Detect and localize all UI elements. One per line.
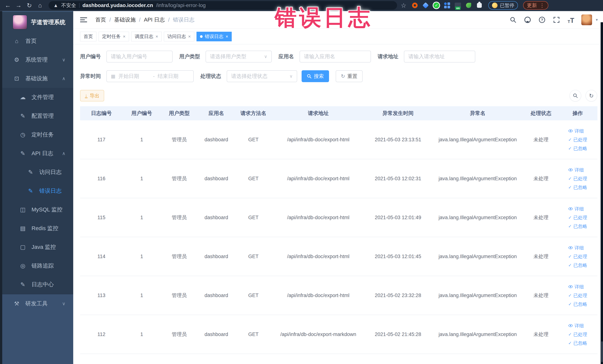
- extension-grid-icon[interactable]: [444, 2, 451, 9]
- toggle-search-button[interactable]: [570, 90, 581, 101]
- detail-action[interactable]: 详细: [568, 323, 584, 329]
- sidebar-item-redis-monitor[interactable]: ▤Redis 监控: [2, 219, 73, 238]
- edit-icon: ✎: [19, 113, 27, 119]
- cell-method: GET: [235, 254, 272, 259]
- extension-on-icon[interactable]: on: [454, 2, 461, 9]
- back-icon[interactable]: ←: [4, 1, 12, 10]
- ignored-action[interactable]: ✓已忽略: [568, 340, 587, 346]
- close-icon[interactable]: ×: [226, 34, 228, 39]
- download-icon: ↓: [85, 93, 88, 98]
- reload-icon[interactable]: ↻: [25, 1, 33, 10]
- close-icon[interactable]: ×: [123, 34, 126, 39]
- exception-time-label: 异常时间: [80, 73, 101, 80]
- tab-schedule-log[interactable]: 调度日志×: [131, 32, 162, 41]
- sidebar-item-home[interactable]: ⌂首页: [2, 32, 73, 50]
- home-nav-icon[interactable]: ⌂: [36, 1, 44, 10]
- ignored-action[interactable]: ✓已忽略: [568, 184, 587, 190]
- ignored-action[interactable]: ✓已忽略: [568, 145, 587, 152]
- github-icon[interactable]: [523, 16, 532, 24]
- exception-time-range-input[interactable]: ▦ 开始日期 - 结束日期: [106, 70, 194, 82]
- app-name-input[interactable]: [300, 51, 371, 62]
- scrollbar-thumb[interactable]: [601, 341, 603, 362]
- sidebar-item-mysql-monitor[interactable]: ◫MySQL 监控: [2, 200, 73, 219]
- processed-action[interactable]: ✓已处理: [568, 293, 587, 299]
- sidebar-item-infrastructure[interactable]: ⊡基础设施∧: [2, 69, 73, 88]
- tab-scheduled-jobs[interactable]: 定时任务×: [99, 32, 129, 41]
- browser-update-button[interactable]: 更新 ⋮: [523, 1, 548, 10]
- bookmark-star-icon[interactable]: ☆: [401, 2, 406, 9]
- detail-action[interactable]: 详细: [568, 167, 584, 173]
- cell-url: /api/infra/db-doc/export-html: [272, 176, 365, 182]
- detail-action[interactable]: 详细: [568, 245, 584, 251]
- help-icon[interactable]: ?: [538, 16, 546, 24]
- extensions-puzzle-icon[interactable]: [476, 2, 483, 9]
- forward-icon[interactable]: →: [14, 1, 23, 10]
- breadcrumb-item-0[interactable]: 首页: [95, 16, 106, 23]
- sidebar-item-file-management[interactable]: ☁文件管理: [2, 88, 73, 107]
- ignored-action[interactable]: ✓已忽略: [568, 223, 587, 229]
- detail-action[interactable]: 详细: [568, 284, 584, 290]
- sidebar-item-log-center[interactable]: ✎日志中心: [2, 275, 73, 294]
- active-dot-icon: [200, 35, 203, 38]
- refresh-table-button[interactable]: ↻: [586, 90, 597, 101]
- sidebar-item-java-monitor[interactable]: ▢Java 监控: [2, 238, 73, 257]
- export-button[interactable]: ↓ 导出: [80, 90, 104, 101]
- sidebar-item-config-management[interactable]: ✎配置管理: [2, 107, 73, 125]
- breadcrumb-item-3: 错误日志: [173, 16, 195, 23]
- sidebar-item-access-log[interactable]: ✎访问日志: [2, 163, 73, 182]
- java-monitor-icon: ▢: [19, 244, 27, 250]
- close-icon[interactable]: ×: [156, 34, 158, 39]
- fullscreen-icon[interactable]: [552, 16, 561, 24]
- extension-gem-icon[interactable]: [422, 2, 429, 9]
- search-button[interactable]: 搜索: [302, 70, 329, 82]
- breadcrumb-item-2[interactable]: API 日志: [144, 16, 165, 23]
- process-status-placeholder: 请选择处理状态: [231, 73, 267, 80]
- browser-menu-icon[interactable]: ⋮: [539, 2, 545, 9]
- tab-access-log[interactable]: 访问日志×: [164, 32, 194, 41]
- extension-donut-icon[interactable]: [412, 2, 418, 9]
- ignored-action[interactable]: ✓已忽略: [568, 301, 587, 307]
- sidebar-item-system-management[interactable]: ⚙系统管理∨: [2, 50, 73, 69]
- scrollbar[interactable]: [601, 22, 603, 364]
- extension-leaf-icon[interactable]: [465, 2, 472, 9]
- processed-action[interactable]: ✓已处理: [568, 137, 587, 143]
- chevron-down-icon[interactable]: ▾: [596, 17, 598, 22]
- sidebar-item-trace[interactable]: ◎链路追踪: [2, 257, 73, 275]
- extension-check-icon[interactable]: ✓: [433, 2, 440, 9]
- sidebar-item-api-log[interactable]: ✎API 日志∧: [2, 144, 73, 163]
- sidebar-item-error-log[interactable]: ✎错误日志: [2, 182, 73, 200]
- tab-home[interactable]: 首页: [80, 32, 96, 41]
- address-divider: [79, 3, 80, 8]
- svg-text:?: ?: [541, 18, 543, 22]
- user-type-select[interactable]: 请选择用户类型 ∨: [206, 51, 272, 62]
- reset-button[interactable]: ↻ 重置: [336, 70, 363, 82]
- tab-error-log[interactable]: 错误日志×: [197, 32, 232, 41]
- profile-paused-badge[interactable]: 已暂停: [488, 1, 518, 10]
- cell-user-type: 管理员: [161, 331, 198, 338]
- processed-action[interactable]: ✓已处理: [568, 214, 587, 221]
- sidebar-item-scheduled-jobs[interactable]: ◷定时任务: [2, 125, 73, 144]
- search-icon[interactable]: [509, 16, 517, 24]
- collapse-sidebar-icon[interactable]: [80, 16, 88, 23]
- on-badge: on: [455, 7, 461, 10]
- ignored-action[interactable]: ✓已忽略: [568, 262, 587, 268]
- process-status-select[interactable]: 请选择处理状态 ∨: [227, 70, 297, 82]
- user-id-input[interactable]: [106, 51, 173, 62]
- processed-action[interactable]: ✓已处理: [568, 254, 587, 260]
- processed-label: 已处理: [573, 137, 587, 143]
- processed-action[interactable]: ✓已处理: [568, 176, 587, 182]
- cell-actions: 详细✓已处理✓已忽略: [558, 206, 597, 229]
- close-icon[interactable]: ×: [188, 34, 191, 39]
- cell-exception: java.lang.IllegalArgumentException: [431, 215, 524, 221]
- chevron-down-icon: ∨: [62, 57, 65, 62]
- detail-action[interactable]: 详细: [568, 128, 584, 134]
- avatar[interactable]: [581, 14, 592, 25]
- request-url-input[interactable]: [404, 51, 475, 62]
- detail-action[interactable]: 详细: [568, 206, 584, 212]
- sidebar-item-dev-tools[interactable]: ⚒研发工具∨: [2, 294, 73, 313]
- cell-user-id: 1: [123, 215, 161, 221]
- sidebar-logo-row[interactable]: 芋道管理系统: [2, 12, 73, 32]
- processed-action[interactable]: ✓已处理: [568, 331, 587, 338]
- breadcrumb-item-1[interactable]: 基础设施: [114, 16, 136, 23]
- font-size-icon[interactable]: TT: [567, 16, 575, 24]
